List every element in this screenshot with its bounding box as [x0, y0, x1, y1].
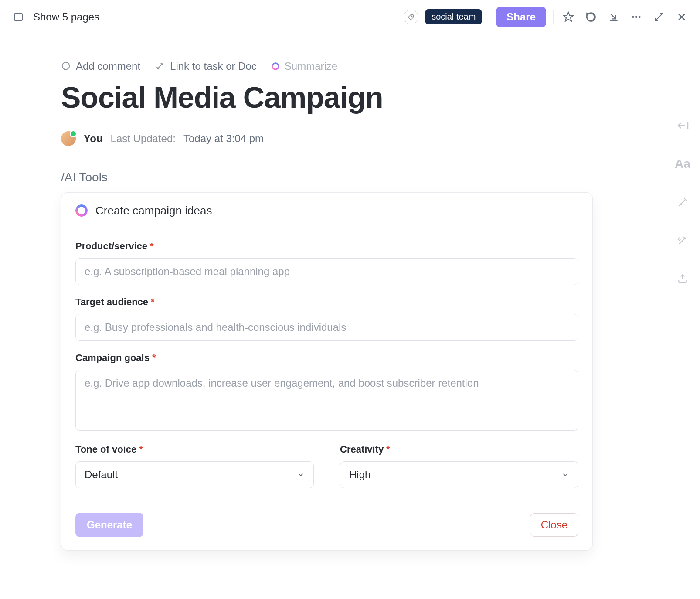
summarize-action[interactable]: Summarize [272, 60, 337, 72]
divider [553, 10, 554, 24]
required-marker: * [150, 241, 154, 252]
ai-campaign-card: Create campaign ideas Product/service * … [61, 192, 593, 551]
svg-point-7 [635, 16, 637, 17]
add-comment-label: Add comment [76, 60, 140, 72]
right-rail: Aa [675, 118, 690, 287]
field-goals: Campaign goals * [75, 352, 578, 432]
summarize-label: Summarize [285, 60, 337, 72]
close-button[interactable]: Close [530, 513, 578, 537]
required-marker: * [152, 352, 156, 364]
link-task-label: Link to task or Doc [170, 60, 257, 72]
magic-wand-icon[interactable] [675, 233, 690, 248]
creativity-label: Creativity [340, 444, 384, 455]
goals-input[interactable] [75, 370, 578, 431]
svg-point-6 [632, 16, 634, 17]
field-creativity: Creativity * High [340, 444, 578, 488]
avatar[interactable] [61, 131, 76, 146]
link-task-action[interactable]: Link to task or Doc [155, 60, 257, 72]
add-comment-action[interactable]: Add comment [61, 60, 140, 72]
generate-button[interactable]: Generate [75, 513, 143, 537]
product-label: Product/service [75, 241, 147, 252]
card-header: Create campaign ideas [61, 193, 592, 229]
svg-marker-3 [564, 12, 573, 21]
share-button[interactable]: Share [496, 7, 546, 27]
tone-select[interactable]: Default [75, 461, 314, 488]
creativity-select[interactable]: High [340, 461, 578, 488]
tone-label: Tone of voice [75, 444, 136, 455]
team-tag[interactable]: social team [425, 9, 482, 24]
product-input[interactable] [75, 258, 578, 285]
export-icon[interactable] [675, 271, 690, 287]
download-icon[interactable] [606, 9, 622, 25]
typography-icon[interactable]: Aa [675, 156, 690, 172]
audience-input[interactable] [75, 314, 578, 341]
divider [489, 10, 489, 24]
panel-toggle-icon[interactable] [10, 9, 26, 25]
required-marker: * [386, 444, 390, 455]
ai-spark-icon[interactable] [675, 194, 690, 210]
field-audience: Target audience * [75, 296, 578, 341]
last-updated-value: Today at 3:04 pm [183, 133, 264, 145]
star-icon[interactable] [561, 9, 576, 25]
ai-icon [75, 204, 88, 217]
tag-icon[interactable] [404, 10, 418, 24]
show-pages-button[interactable]: Show 5 pages [33, 11, 99, 23]
link-icon [155, 61, 165, 71]
svg-rect-0 [14, 14, 22, 20]
expand-icon[interactable] [651, 9, 667, 25]
author-name: You [84, 133, 103, 145]
creativity-value: High [349, 469, 370, 481]
last-updated-label: Last Updated: [111, 133, 176, 145]
collapse-rail-icon[interactable] [675, 118, 690, 133]
field-tone: Tone of voice * Default [75, 444, 314, 488]
comment-icon[interactable] [583, 9, 599, 25]
chevron-down-icon [297, 471, 305, 479]
doc-meta: You Last Updated: Today at 3:04 pm [61, 131, 593, 146]
card-title: Create campaign ideas [95, 204, 212, 218]
main-content: Add comment Link to task or Doc Summariz… [0, 34, 645, 551]
page-title[interactable]: Social Media Campaign [61, 81, 593, 114]
audience-label: Target audience [75, 296, 148, 308]
svg-point-8 [639, 16, 640, 17]
ai-icon [272, 62, 279, 70]
close-icon[interactable] [674, 9, 690, 25]
more-icon[interactable] [629, 9, 644, 25]
required-marker: * [139, 444, 143, 455]
doc-actions: Add comment Link to task or Doc Summariz… [61, 60, 593, 72]
comment-icon [61, 61, 71, 71]
field-product: Product/service * [75, 241, 578, 285]
goals-label: Campaign goals [75, 352, 150, 364]
required-marker: * [151, 296, 155, 308]
chevron-down-icon [561, 471, 569, 479]
tone-value: Default [85, 469, 118, 481]
svg-point-12 [62, 62, 70, 70]
topbar: Show 5 pages social team Share [0, 0, 700, 34]
svg-point-2 [411, 16, 412, 17]
slash-command-text[interactable]: /AI Tools [61, 170, 593, 184]
